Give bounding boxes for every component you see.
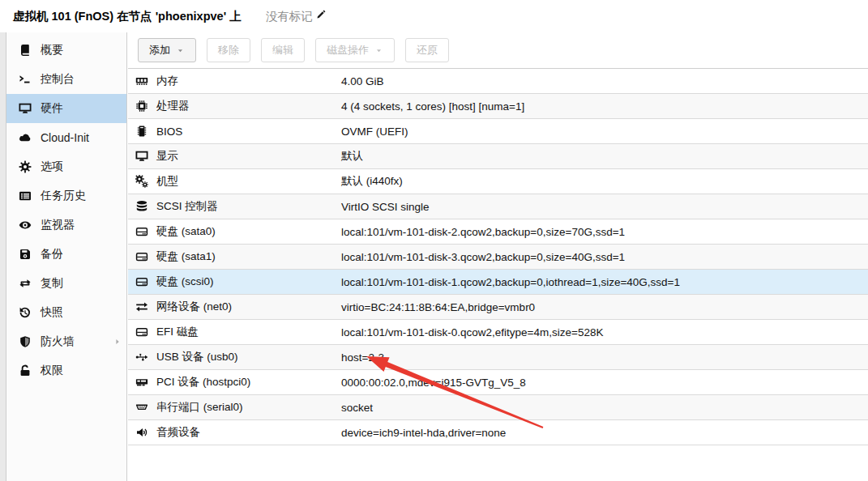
hdd-icon [135,325,149,339]
eye-icon [18,219,32,232]
book-icon [18,44,32,57]
add-button[interactable]: 添加 [138,38,196,62]
edit-tags-button[interactable] [315,9,327,23]
sidebar-item-cloud-init[interactable]: Cloud-Init [6,123,126,152]
row-value: 默认 [341,149,363,164]
sidebar-item-label: 复制 [41,276,63,291]
row-label: 硬盘 (sata0) [156,224,341,239]
row-label: 内存 [156,74,341,88]
database-icon [135,199,149,214]
row-label: 串行端口 (serial0) [156,400,341,415]
sidebar-item-label: 备份 [41,247,63,262]
hardware-row-net0[interactable]: 网络设备 (net0)virtio=BC:24:11:8B:64:EA,brid… [128,295,868,320]
row-label: 显示 [156,149,341,164]
hdd-icon [135,224,149,239]
row-label: USB 设备 (usb0) [156,350,341,364]
sidebar-item-firewall[interactable]: 防火墙 [6,327,126,356]
row-value: device=ich9-intel-hda,driver=none [341,427,506,439]
pve-vm-hardware-page: 虚拟机 101 (FnOS) 在节点 'phoenixpve' 上 没有标记 概… [0,0,868,481]
display-icon [18,102,32,116]
shield-icon [18,335,32,349]
hardware-row-efidisk0[interactable]: EFI 磁盘local:101/vm-101-disk-0.qcow2,efit… [128,320,868,345]
sidebar-item-task-history[interactable]: 任务历史 [6,181,126,211]
hardware-row-scsihw[interactable]: SCSI 控制器VirtIO SCSI single [128,194,868,219]
exchange-icon [135,300,149,314]
cpu-icon [135,99,149,113]
sidebar-item-console[interactable]: 控制台 [6,65,126,94]
row-value: local:101/vm-101-disk-1.qcow2,backup=0,i… [341,276,680,288]
hardware-row-audio0[interactable]: 音频设备device=ich9-intel-hda,driver=none [128,420,868,445]
sidebar-item-label: 权限 [41,364,63,378]
row-value: 4 (4 sockets, 1 cores) [host] [numa=1] [341,100,524,113]
hardware-row-memory[interactable]: 内存4.00 GiB [128,69,868,94]
history-icon [18,306,32,320]
sidebar-item-label: 快照 [41,305,63,320]
sidebar-item-label: 任务历史 [41,189,86,203]
sidebar-item-backup[interactable]: 备份 [6,240,126,269]
sidebar-item-label: 概要 [41,43,63,57]
row-value: local:101/vm-101-disk-3.qcow2,backup=0,s… [341,251,625,263]
unlock-icon [18,364,32,378]
row-value: VirtIO SCSI single [341,201,430,213]
sidebar-item-label: 硬件 [41,101,63,116]
sidebar-item-summary[interactable]: 概要 [6,36,126,65]
sidebar-item-options[interactable]: 选项 [6,152,126,181]
hardware-row-hostpci0[interactable]: PCI 设备 (hostpci0)0000:00:02.0,mdev=i915-… [128,370,868,395]
hardware-row-sata1[interactable]: 硬盘 (sata1)local:101/vm-101-disk-3.qcow2,… [128,245,868,270]
remove-button[interactable]: 移除 [207,38,250,62]
row-value: virtio=BC:24:11:8B:64:EA,bridge=vmbr0 [341,301,535,313]
gear-icon [18,160,32,174]
caret-down-icon [374,46,383,55]
row-label: BIOS [156,126,341,138]
toolbar: 添加移除编辑磁盘操作还原 [128,32,868,69]
sidebar-item-permissions[interactable]: 权限 [6,356,126,385]
button-label: 添加 [149,43,170,57]
cloud-icon [18,131,32,145]
hardware-row-bios[interactable]: BIOSOVMF (UEFI) [128,119,868,144]
row-label: 网络设备 (net0) [156,300,341,314]
header: 虚拟机 101 (FnOS) 在节点 'phoenixpve' 上 没有标记 [0,0,868,32]
caret-down-icon [176,46,185,55]
row-label: 处理器 [156,99,341,113]
hardware-row-display[interactable]: 显示默认 [128,144,868,169]
left-panel-strip [0,32,6,481]
hardware-row-cpu[interactable]: 处理器4 (4 sockets, 1 cores) [host] [numa=1… [128,94,868,119]
display-icon [135,149,149,164]
hdd-icon [135,275,149,289]
row-value: 默认 (i440fx) [341,174,403,189]
sidebar-item-monitor[interactable]: 监视器 [6,211,126,240]
row-label: 硬盘 (scsi0) [156,275,341,289]
page-title: 虚拟机 101 (FnOS) 在节点 'phoenixpve' 上 [13,9,242,24]
sidebar-item-replication[interactable]: 复制 [6,269,126,298]
row-label: PCI 设备 (hostpci0) [156,375,341,389]
revert-button[interactable]: 还原 [405,38,449,62]
microchip-icon [135,124,149,138]
sidebar-item-label: 选项 [41,160,63,174]
sidebar-item-label: Cloud-Init [41,131,89,144]
hardware-row-scsi0[interactable]: 硬盘 (scsi0)local:101/vm-101-disk-1.qcow2,… [128,270,868,295]
hardware-row-sata0[interactable]: 硬盘 (sata0)local:101/vm-101-disk-2.qcow2,… [128,219,868,245]
terminal-icon [18,73,32,87]
content-area: 添加移除编辑磁盘操作还原 内存4.00 GiB处理器4 (4 sockets, … [128,32,868,481]
usb-icon [135,350,149,364]
tags-label: 没有标记 [266,9,313,24]
sidebar-item-hardware[interactable]: 硬件 [6,94,126,123]
sidebar-item-label: 监视器 [41,218,75,232]
hardware-row-serial0[interactable]: 串行端口 (serial0)socket [128,395,868,420]
sidebar: 概要控制台硬件Cloud-Init选项任务历史监视器备份复制快照防火墙权限 [6,32,127,481]
row-value: host=2-3 [341,351,384,364]
sidebar-item-snapshots[interactable]: 快照 [6,298,126,327]
chevron-right-icon [113,338,122,346]
retweet-icon [18,277,32,291]
edit-button[interactable]: 编辑 [261,38,305,62]
row-value: 0000:00:02.0,mdev=i915-GVTg_V5_8 [341,377,526,389]
row-label: SCSI 控制器 [156,199,341,214]
row-label: EFI 磁盘 [156,325,341,339]
hardware-row-usb0[interactable]: USB 设备 (usb0)host=2-3 [128,345,868,370]
sidebar-item-label: 防火墙 [41,334,75,349]
disk-action-button[interactable]: 磁盘操作 [315,38,395,62]
hardware-row-machine[interactable]: 机型默认 (i440fx) [128,169,868,194]
button-label: 移除 [218,43,239,57]
row-value: 4.00 GiB [341,75,384,87]
row-label: 机型 [156,174,341,189]
